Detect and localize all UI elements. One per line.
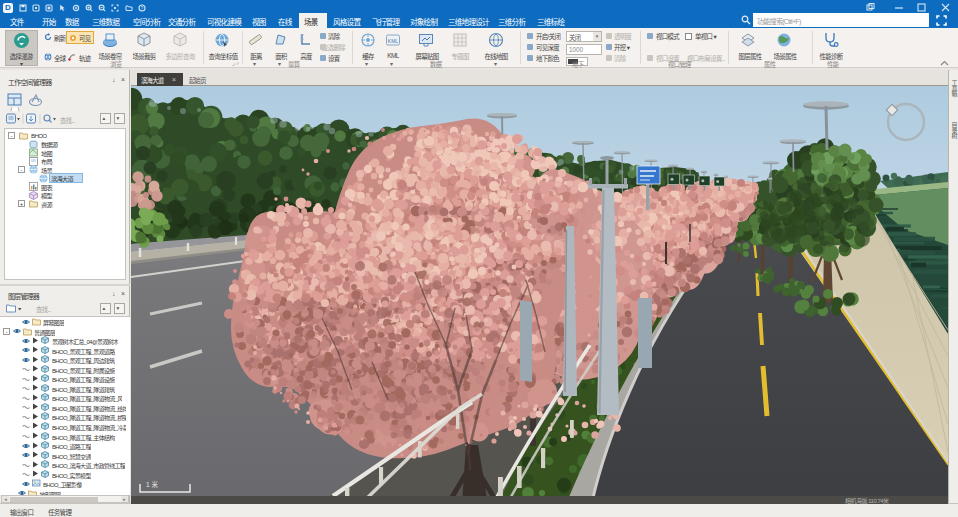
svg-text:KML: KML — [388, 38, 399, 44]
svg-text:相机海拔:110.74米: 相机海拔:110.74米 — [845, 497, 889, 505]
svg-text:?: ? — [140, 4, 143, 10]
svg-text:1 米: 1 米 — [146, 480, 158, 489]
